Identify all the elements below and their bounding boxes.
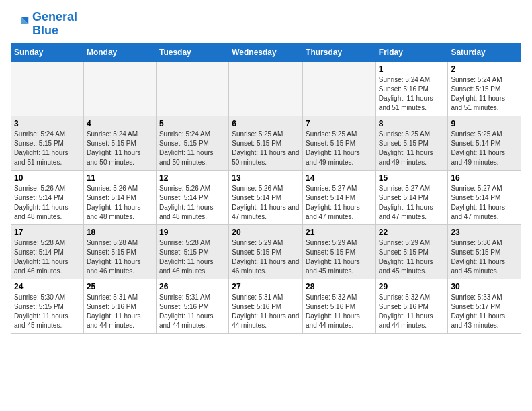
day-info: Sunrise: 5:25 AM Sunset: 5:15 PM Dayligh… (379, 130, 445, 167)
calendar-cell: 3Sunrise: 5:24 AM Sunset: 5:15 PM Daylig… (11, 116, 84, 170)
col-header-tuesday: Tuesday (156, 43, 228, 61)
day-info: Sunrise: 5:24 AM Sunset: 5:15 PM Dayligh… (14, 130, 81, 167)
calendar-cell (11, 61, 84, 116)
calendar-week-4: 17Sunrise: 5:28 AM Sunset: 5:14 PM Dayli… (11, 224, 521, 279)
day-number: 2 (451, 64, 518, 74)
day-number: 6 (232, 119, 300, 128)
calendar-cell: 18Sunrise: 5:28 AM Sunset: 5:15 PM Dayli… (83, 224, 156, 279)
col-header-monday: Monday (83, 43, 156, 61)
day-number: 18 (87, 228, 153, 237)
day-number: 22 (379, 228, 445, 237)
day-info: Sunrise: 5:30 AM Sunset: 5:15 PM Dayligh… (451, 238, 518, 276)
calendar-week-3: 10Sunrise: 5:26 AM Sunset: 5:14 PM Dayli… (11, 170, 521, 224)
day-info: Sunrise: 5:27 AM Sunset: 5:14 PM Dayligh… (306, 184, 373, 222)
day-info: Sunrise: 5:31 AM Sunset: 5:16 PM Dayligh… (87, 293, 153, 330)
calendar-cell: 7Sunrise: 5:25 AM Sunset: 5:15 PM Daylig… (303, 116, 376, 170)
day-info: Sunrise: 5:29 AM Sunset: 5:15 PM Dayligh… (232, 238, 300, 276)
day-info: Sunrise: 5:33 AM Sunset: 5:17 PM Dayligh… (451, 293, 518, 330)
calendar-cell: 10Sunrise: 5:26 AM Sunset: 5:14 PM Dayli… (11, 170, 84, 224)
calendar-cell: 23Sunrise: 5:30 AM Sunset: 5:15 PM Dayli… (448, 224, 521, 279)
day-info: Sunrise: 5:25 AM Sunset: 5:14 PM Dayligh… (451, 130, 518, 167)
col-header-wednesday: Wednesday (229, 43, 303, 61)
calendar-cell: 5Sunrise: 5:24 AM Sunset: 5:15 PM Daylig… (156, 116, 228, 170)
calendar-cell: 21Sunrise: 5:29 AM Sunset: 5:15 PM Dayli… (303, 224, 376, 279)
day-info: Sunrise: 5:24 AM Sunset: 5:15 PM Dayligh… (87, 130, 153, 167)
calendar-cell: 20Sunrise: 5:29 AM Sunset: 5:15 PM Dayli… (229, 224, 303, 279)
calendar-cell: 14Sunrise: 5:27 AM Sunset: 5:14 PM Dayli… (303, 170, 376, 224)
day-number: 24 (14, 282, 81, 291)
day-info: Sunrise: 5:28 AM Sunset: 5:14 PM Dayligh… (14, 238, 81, 276)
day-info: Sunrise: 5:24 AM Sunset: 5:15 PM Dayligh… (451, 75, 518, 113)
day-number: 25 (87, 282, 153, 291)
day-number: 21 (306, 228, 373, 237)
calendar-cell: 8Sunrise: 5:25 AM Sunset: 5:15 PM Daylig… (375, 116, 448, 170)
calendar-cell (303, 61, 376, 116)
calendar-cell: 4Sunrise: 5:24 AM Sunset: 5:15 PM Daylig… (83, 116, 156, 170)
day-info: Sunrise: 5:32 AM Sunset: 5:16 PM Dayligh… (306, 293, 373, 330)
calendar-cell: 2Sunrise: 5:24 AM Sunset: 5:15 PM Daylig… (448, 61, 521, 116)
calendar-table: SundayMondayTuesdayWednesdayThursdayFrid… (11, 43, 521, 334)
day-info: Sunrise: 5:29 AM Sunset: 5:15 PM Dayligh… (379, 238, 445, 276)
calendar-week-1: 1Sunrise: 5:24 AM Sunset: 5:16 PM Daylig… (11, 61, 521, 116)
logo-text: General Blue (32, 11, 77, 38)
day-number: 1 (379, 64, 445, 74)
col-header-sunday: Sunday (11, 43, 84, 61)
day-info: Sunrise: 5:29 AM Sunset: 5:15 PM Dayligh… (306, 238, 373, 276)
calendar-cell: 30Sunrise: 5:33 AM Sunset: 5:17 PM Dayli… (448, 279, 521, 333)
day-number: 28 (306, 282, 373, 291)
day-info: Sunrise: 5:27 AM Sunset: 5:14 PM Dayligh… (451, 184, 518, 222)
day-number: 11 (87, 173, 153, 183)
day-number: 23 (451, 228, 518, 237)
day-info: Sunrise: 5:30 AM Sunset: 5:15 PM Dayligh… (14, 293, 81, 330)
day-number: 19 (159, 228, 226, 237)
day-number: 17 (14, 228, 81, 237)
calendar-cell: 12Sunrise: 5:26 AM Sunset: 5:14 PM Dayli… (156, 170, 228, 224)
day-info: Sunrise: 5:31 AM Sunset: 5:16 PM Dayligh… (159, 293, 226, 330)
calendar-cell (156, 61, 228, 116)
day-number: 12 (159, 173, 226, 183)
day-number: 16 (451, 173, 518, 183)
col-header-saturday: Saturday (448, 43, 521, 61)
col-header-friday: Friday (375, 43, 448, 61)
day-info: Sunrise: 5:24 AM Sunset: 5:15 PM Dayligh… (159, 130, 226, 167)
day-number: 5 (159, 119, 226, 128)
calendar-cell: 22Sunrise: 5:29 AM Sunset: 5:15 PM Dayli… (375, 224, 448, 279)
day-info: Sunrise: 5:31 AM Sunset: 5:16 PM Dayligh… (232, 293, 300, 330)
calendar-cell (229, 61, 303, 116)
calendar-cell: 24Sunrise: 5:30 AM Sunset: 5:15 PM Dayli… (11, 279, 84, 333)
calendar-cell: 17Sunrise: 5:28 AM Sunset: 5:14 PM Dayli… (11, 224, 84, 279)
calendar-header-row: SundayMondayTuesdayWednesdayThursdayFrid… (11, 43, 521, 61)
calendar-cell: 25Sunrise: 5:31 AM Sunset: 5:16 PM Dayli… (83, 279, 156, 333)
calendar-cell: 1Sunrise: 5:24 AM Sunset: 5:16 PM Daylig… (375, 61, 448, 116)
day-number: 20 (232, 228, 300, 237)
day-number: 7 (306, 119, 373, 128)
calendar-cell: 27Sunrise: 5:31 AM Sunset: 5:16 PM Dayli… (229, 279, 303, 333)
calendar-cell: 13Sunrise: 5:26 AM Sunset: 5:14 PM Dayli… (229, 170, 303, 224)
calendar-cell: 16Sunrise: 5:27 AM Sunset: 5:14 PM Dayli… (448, 170, 521, 224)
col-header-thursday: Thursday (303, 43, 376, 61)
day-info: Sunrise: 5:24 AM Sunset: 5:16 PM Dayligh… (379, 75, 445, 113)
day-info: Sunrise: 5:25 AM Sunset: 5:15 PM Dayligh… (306, 130, 373, 167)
page-header: General Blue (11, 11, 521, 38)
day-number: 8 (379, 119, 445, 128)
day-info: Sunrise: 5:26 AM Sunset: 5:14 PM Dayligh… (14, 184, 81, 222)
calendar-week-5: 24Sunrise: 5:30 AM Sunset: 5:15 PM Dayli… (11, 279, 521, 333)
day-info: Sunrise: 5:25 AM Sunset: 5:15 PM Dayligh… (232, 130, 300, 167)
day-number: 13 (232, 173, 300, 183)
calendar-cell: 9Sunrise: 5:25 AM Sunset: 5:14 PM Daylig… (448, 116, 521, 170)
day-number: 30 (451, 282, 518, 291)
day-info: Sunrise: 5:28 AM Sunset: 5:15 PM Dayligh… (159, 238, 226, 276)
calendar-cell: 15Sunrise: 5:27 AM Sunset: 5:14 PM Dayli… (375, 170, 448, 224)
calendar-week-2: 3Sunrise: 5:24 AM Sunset: 5:15 PM Daylig… (11, 116, 521, 170)
day-number: 14 (306, 173, 373, 183)
calendar-cell: 28Sunrise: 5:32 AM Sunset: 5:16 PM Dayli… (303, 279, 376, 333)
calendar-cell: 11Sunrise: 5:26 AM Sunset: 5:14 PM Dayli… (83, 170, 156, 224)
calendar-cell: 26Sunrise: 5:31 AM Sunset: 5:16 PM Dayli… (156, 279, 228, 333)
day-info: Sunrise: 5:26 AM Sunset: 5:14 PM Dayligh… (87, 184, 153, 222)
day-info: Sunrise: 5:28 AM Sunset: 5:15 PM Dayligh… (87, 238, 153, 276)
logo: General Blue (11, 11, 77, 38)
calendar-cell: 19Sunrise: 5:28 AM Sunset: 5:15 PM Dayli… (156, 224, 228, 279)
day-info: Sunrise: 5:32 AM Sunset: 5:16 PM Dayligh… (379, 293, 445, 330)
day-info: Sunrise: 5:27 AM Sunset: 5:14 PM Dayligh… (379, 184, 445, 222)
day-number: 29 (379, 282, 445, 291)
